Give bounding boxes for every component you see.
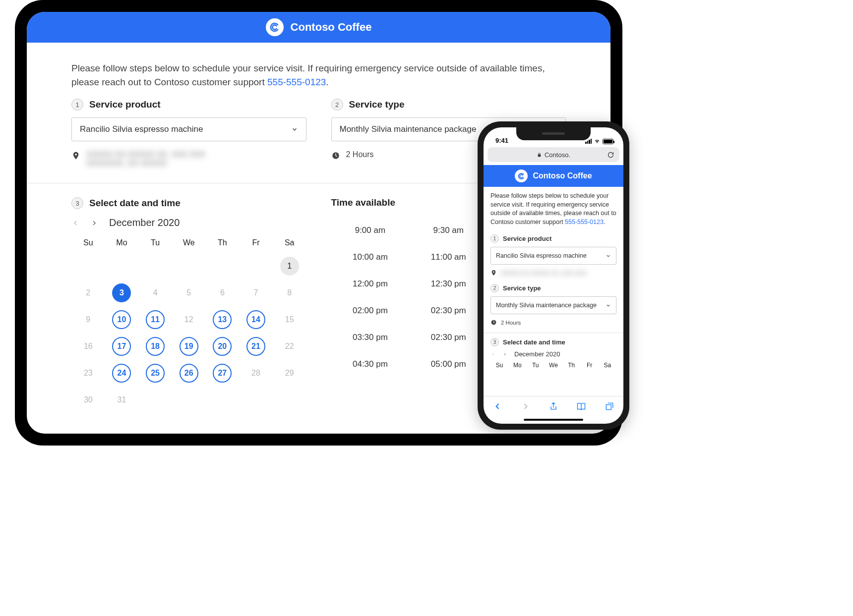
browser-toolbar (484, 396, 623, 416)
calendar-day: 29 (280, 364, 299, 383)
wifi-icon (594, 138, 601, 144)
service-type-select[interactable]: Monthly Silvia maintenance package (490, 296, 616, 314)
calendar-day: 9 (79, 310, 98, 329)
calendar-cell (239, 389, 273, 411)
calendar-day[interactable]: 13 (213, 310, 232, 329)
step-3-number: 3 (490, 338, 499, 346)
time-slot[interactable]: 12:00 pm (331, 271, 410, 297)
service-type-value: Monthly Silvia maintenance package (496, 302, 597, 309)
step-3-title: Select date and time (503, 338, 565, 346)
clock-icon (490, 319, 497, 326)
time-slot[interactable]: 02:00 pm (331, 297, 410, 324)
calendar-cell: 6 (206, 282, 240, 304)
calendar-day[interactable]: 27 (213, 364, 232, 383)
calendar-day[interactable]: 24 (112, 364, 131, 383)
time-slot[interactable]: 9:30 am (409, 217, 487, 244)
calendar-cell (71, 255, 105, 277)
calendar-weekday: Fr (580, 362, 598, 369)
calendar-cell: 19 (172, 336, 206, 357)
forward-button (521, 401, 531, 411)
chevron-down-icon (291, 126, 298, 133)
calendar-next-month[interactable] (502, 352, 507, 357)
service-type-value: Monthly Silvia maintenance package (340, 124, 477, 134)
brand-logo-icon (266, 18, 284, 36)
calendar-day[interactable]: 20 (213, 337, 232, 356)
refresh-icon[interactable] (607, 151, 614, 159)
service-product-select[interactable]: Rancilio Silvia espresso machine (71, 117, 306, 141)
calendar-weekday: We (172, 238, 206, 250)
time-slot[interactable]: 11:00 am (409, 244, 487, 271)
calendar-day[interactable]: 25 (146, 364, 165, 383)
service-product-value: Rancilio Silvia espresso machine (496, 252, 587, 259)
calendar-day: 12 (180, 310, 198, 329)
support-phone-link[interactable]: 555-555-0123 (267, 77, 326, 87)
clock-icon (331, 151, 340, 160)
calendar-day: 2 (79, 283, 98, 302)
step-1-title: Service product (503, 235, 551, 242)
calendar-day: 30 (79, 391, 98, 409)
calendar-weekday: Th (562, 362, 580, 369)
calendar-cell: 2 (71, 282, 105, 304)
calendar-day: 23 (79, 364, 98, 383)
calendar-cell (172, 255, 206, 277)
time-slot[interactable]: 05:00 pm (409, 351, 487, 378)
calendar-prev-month[interactable] (490, 352, 495, 357)
calendar-next-month[interactable] (90, 219, 98, 227)
calendar-day[interactable]: 11 (146, 310, 165, 329)
share-button[interactable] (548, 401, 558, 411)
support-phone-link[interactable]: 555-555-0123 (565, 219, 604, 225)
time-slot[interactable]: 02:30 pm (409, 324, 487, 351)
calendar-prev-month[interactable] (71, 219, 79, 227)
time-slot[interactable]: 04:30 pm (331, 351, 410, 378)
calendar-cell (138, 255, 172, 277)
calendar-cell: 13 (206, 309, 240, 331)
brand-title: Contoso Coffee (291, 21, 372, 34)
time-slot[interactable]: 03:30 pm (331, 324, 410, 351)
calendar-cell: 16 (71, 336, 105, 357)
time-slot[interactable]: 9:00 am (331, 217, 410, 244)
calendar-weekday: Tu (527, 362, 545, 369)
browser-url-text: Contoso. (545, 151, 570, 159)
service-duration: 2 Hours (346, 150, 374, 159)
service-product-select[interactable]: Rancilio Silvia espresso machine (490, 247, 616, 265)
step-1-number: 1 (71, 99, 83, 111)
calendar-day[interactable]: 10 (112, 310, 131, 329)
brand-title: Contoso Coffee (533, 171, 592, 180)
calendar-day: 22 (280, 337, 299, 356)
calendar-day: 5 (180, 283, 198, 302)
time-slot[interactable]: 12:30 pm (409, 271, 487, 297)
bookmarks-button[interactable] (576, 401, 586, 411)
calendar-cell: 21 (239, 336, 273, 357)
back-button[interactable] (492, 401, 502, 411)
calendar-day[interactable]: 19 (180, 337, 198, 356)
calendar-weekday: We (545, 362, 562, 369)
calendar-cell (138, 389, 172, 411)
calendar-day[interactable]: 21 (246, 337, 265, 356)
service-address-redacted: XXXXX XX XXXXX XX, XXX XXX (501, 270, 587, 276)
time-slot[interactable]: 10:00 am (331, 244, 410, 271)
calendar-cell: 23 (71, 362, 105, 384)
calendar-weekday: Mo (508, 362, 526, 369)
calendar-grid: SuMoTuWeThFrSa12345678910111213141516171… (71, 238, 306, 411)
step-1-title: Service product (89, 99, 161, 110)
calendar-day[interactable]: 17 (112, 337, 131, 356)
pin-icon (490, 270, 497, 276)
calendar-cell: 5 (172, 282, 206, 304)
calendar-day[interactable]: 3 (112, 283, 131, 302)
calendar-day[interactable]: 26 (180, 364, 198, 383)
service-product-section: 1 Service product Rancilio Silvia espres… (71, 99, 306, 168)
calendar-cell: 10 (105, 309, 139, 331)
time-slot[interactable]: 02:30 pm (409, 297, 487, 324)
calendar-day[interactable]: 1 (280, 257, 299, 276)
calendar-month-label: December 2020 (109, 217, 180, 228)
calendar-weekday: Mo (105, 238, 139, 250)
brand-logo-icon (515, 169, 528, 182)
calendar-cell (206, 255, 240, 277)
browser-url-bar[interactable]: Contoso. (487, 147, 619, 162)
calendar-cell (172, 389, 206, 411)
calendar-day: 8 (280, 283, 299, 302)
tabs-button[interactable] (605, 401, 614, 411)
calendar-day[interactable]: 18 (146, 337, 165, 356)
calendar-cell (105, 255, 139, 277)
calendar-day[interactable]: 14 (246, 310, 265, 329)
